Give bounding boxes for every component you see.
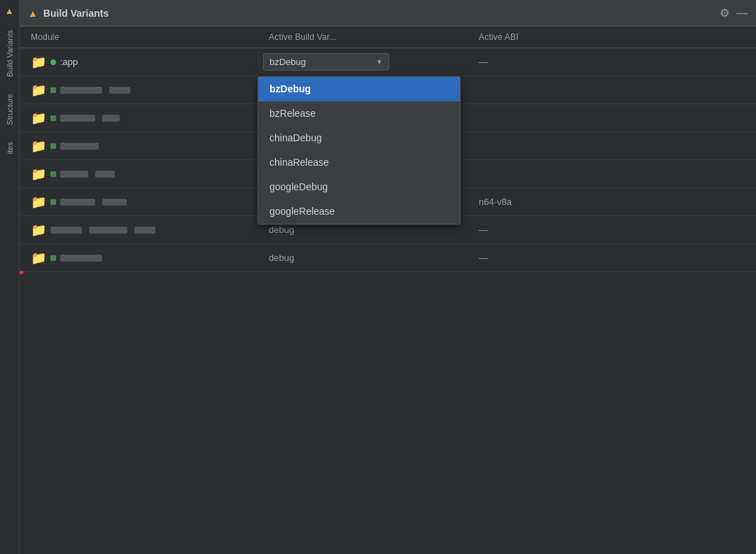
- abi-value: —: [468, 250, 756, 266]
- warning-icon[interactable]: ▲: [3, 0, 16, 22]
- sidebar-item-structure[interactable]: Structure: [4, 85, 16, 134]
- blurred-module-name: [95, 171, 115, 178]
- col-build-variant: Active Build Var...: [258, 27, 468, 48]
- module-cell: 📁: [20, 246, 258, 270]
- table-row: 📁 debug —: [20, 244, 756, 272]
- table-row: 📁 :app bzDebug ▼ —: [20, 48, 756, 76]
- panel-title: Build Variants: [43, 8, 108, 19]
- module-status-indicator: [50, 87, 56, 93]
- blurred-module-name: [102, 115, 120, 122]
- build-variant-cell: debug: [258, 250, 468, 266]
- folder-icon: 📁: [31, 166, 46, 182]
- abi-value: [468, 171, 756, 177]
- minimize-button[interactable]: —: [736, 7, 748, 20]
- build-variant-dropdown[interactable]: bzDebug ▼: [263, 53, 389, 71]
- blurred-module-name: [102, 199, 127, 206]
- abi-value: —: [468, 54, 756, 70]
- blurred-module-name: [60, 255, 102, 262]
- sidebar-item-favorites[interactable]: ites: [4, 134, 16, 162]
- variant-text: debug: [263, 225, 300, 235]
- abi-value: n64-v8a: [468, 194, 756, 210]
- folder-icon: 📁: [31, 138, 46, 154]
- red-arrow-annotation: [20, 265, 37, 352]
- folder-icon: 📁: [31, 222, 46, 238]
- abi-value: [468, 143, 756, 149]
- module-cell: 📁: [20, 218, 258, 242]
- dropdown-item-chinarelease[interactable]: chinaRelease: [258, 150, 460, 175]
- green-dot-indicator: [50, 59, 56, 65]
- dropdown-item-bzrelease[interactable]: bzRelease: [258, 101, 460, 126]
- sidebar-item-build-variants[interactable]: Build Variants: [4, 22, 16, 85]
- col-module: Module: [20, 27, 258, 48]
- blurred-module-name: [60, 171, 88, 178]
- blurred-module-name: [109, 87, 130, 94]
- dropdown-item-bzdebug[interactable]: bzDebug: [258, 77, 460, 101]
- module-status-indicator: [50, 171, 56, 177]
- module-status-indicator: [50, 199, 56, 205]
- module-cell: 📁: [20, 106, 258, 130]
- folder-icon: 📁: [31, 111, 46, 126]
- module-cell: 📁: [20, 134, 258, 158]
- left-sidebar: ▲ Build Variants Structure ites: [0, 0, 20, 554]
- blurred-module-name: [60, 115, 95, 122]
- variant-text: debug: [263, 253, 300, 263]
- folder-icon: 📁: [31, 83, 46, 98]
- dropdown-item-chinadebug[interactable]: chinaDebug: [258, 126, 460, 150]
- module-status-indicator: [50, 255, 56, 261]
- blurred-module-name: [89, 227, 127, 234]
- title-bar: ▲ Build Variants ⚙ —: [20, 0, 756, 27]
- abi-value: [468, 87, 756, 93]
- col-abi: Active ABI: [468, 27, 756, 48]
- abi-value: [468, 115, 756, 121]
- module-cell: 📁: [20, 78, 258, 102]
- table-body: 📁 :app bzDebug ▼ — 📁: [20, 48, 756, 554]
- build-variant-dropdown-popup: bzDebug bzRelease chinaDebug chinaReleas…: [258, 76, 461, 225]
- module-cell: 📁 :app: [20, 50, 258, 74]
- selected-variant-text: bzDebug: [270, 57, 306, 67]
- blurred-module-name: [60, 199, 95, 206]
- module-cell: 📁: [20, 190, 258, 214]
- blurred-module-name: [60, 143, 99, 150]
- settings-button[interactable]: ⚙: [720, 6, 729, 20]
- abi-value: —: [468, 222, 756, 238]
- module-status-indicator: [50, 115, 56, 121]
- blurred-module-name: [60, 87, 102, 94]
- chevron-down-icon: ▼: [376, 58, 383, 66]
- folder-icon: 📁: [31, 194, 46, 210]
- module-name: :app: [60, 57, 78, 67]
- folder-icon: 📁: [31, 250, 46, 266]
- dropdown-item-googlerelease[interactable]: googleRelease: [258, 199, 460, 224]
- blurred-module-name: [50, 227, 82, 234]
- blurred-module-name: [134, 227, 155, 234]
- build-variants-icon: ▲: [28, 8, 38, 19]
- build-variant-cell[interactable]: bzDebug ▼: [258, 50, 468, 73]
- folder-icon: 📁: [31, 55, 46, 70]
- dropdown-item-googledebug[interactable]: googleDebug: [258, 175, 460, 199]
- module-status-indicator: [50, 143, 56, 149]
- table-header: Module Active Build Var... Active ABI: [20, 27, 756, 48]
- module-cell: 📁: [20, 162, 258, 186]
